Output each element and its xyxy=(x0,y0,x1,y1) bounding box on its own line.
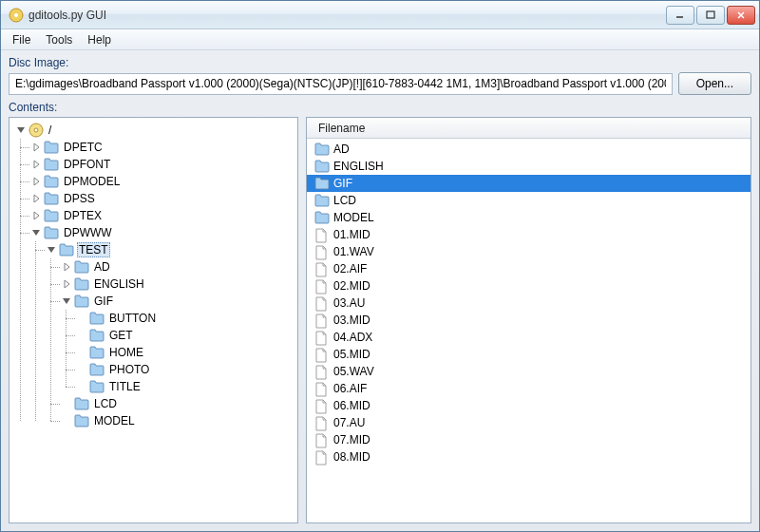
tree-node[interactable]: GIF xyxy=(61,293,295,310)
expand-icon[interactable] xyxy=(61,399,71,409)
list-item[interactable]: 01.WAV xyxy=(307,243,750,260)
tree-node[interactable]: LCD xyxy=(61,395,295,412)
tree-node-label: DPFONT xyxy=(62,158,112,171)
tree-node[interactable]: DPMODEL xyxy=(30,173,295,190)
content-area: Disc Image: Open... Contents: /DPETCDPFO… xyxy=(1,50,759,531)
list-item[interactable]: 05.MID xyxy=(307,346,750,363)
expand-icon[interactable] xyxy=(30,228,41,238)
tree-root[interactable]: / xyxy=(15,122,295,139)
tree-node[interactable]: PHOTO xyxy=(76,361,295,378)
tree-node-label: DPWWW xyxy=(62,226,114,239)
tree-node[interactable]: DPSS xyxy=(30,190,295,207)
list-header[interactable]: Filename xyxy=(307,118,750,139)
list-item-name: 05.MID xyxy=(333,348,370,361)
list-item[interactable]: 03.AU xyxy=(307,294,750,312)
tree-node[interactable]: TITLE xyxy=(76,378,295,395)
maximize-button[interactable] xyxy=(696,6,725,25)
list-item[interactable]: 08.MID xyxy=(307,448,750,466)
folder-icon xyxy=(89,380,104,393)
expand-icon[interactable] xyxy=(46,245,56,256)
list-item-name: LCD xyxy=(333,194,356,207)
path-row: Open... xyxy=(9,72,751,95)
list-item-name: 03.AU xyxy=(333,296,365,310)
minimize-button[interactable] xyxy=(666,6,694,25)
list-item[interactable]: 07.MID xyxy=(307,431,750,448)
tree-node[interactable]: TEST xyxy=(46,241,295,258)
disc-image-input[interactable] xyxy=(9,73,673,95)
tree-node-label: HOME xyxy=(107,346,145,359)
list-item-name: 05.WAV xyxy=(333,365,374,378)
expand-icon[interactable] xyxy=(61,416,71,427)
file-icon xyxy=(314,382,330,395)
expand-icon[interactable] xyxy=(30,194,41,204)
tree-node[interactable]: BUTTON xyxy=(76,310,295,327)
list-item[interactable]: 06.AIF xyxy=(307,380,750,397)
tree-panel: /DPETCDPFONTDPMODELDPSSDPTEXDPWWWTESTADE… xyxy=(9,117,298,523)
expand-icon[interactable] xyxy=(61,262,71,273)
tree-node[interactable]: DPFONT xyxy=(30,156,295,173)
expand-icon[interactable] xyxy=(61,296,71,307)
folder-icon xyxy=(44,175,59,188)
expand-icon[interactable] xyxy=(30,160,41,170)
folder-icon xyxy=(314,194,330,207)
expand-icon[interactable] xyxy=(30,211,41,221)
tree-node[interactable]: GET xyxy=(76,327,295,344)
folder-icon xyxy=(314,211,330,224)
expand-icon[interactable] xyxy=(76,365,86,375)
list-item[interactable]: 04.ADX xyxy=(307,329,750,346)
tree-node-label: GET xyxy=(107,329,135,342)
menu-file[interactable]: File xyxy=(5,30,38,49)
list-item[interactable]: ENGLISH xyxy=(307,158,750,175)
tree-node-label: DPMODEL xyxy=(62,175,122,188)
window-title: gditools.py GUI xyxy=(28,9,666,22)
folder-icon xyxy=(74,294,89,308)
tree-node[interactable]: MODEL xyxy=(61,412,295,429)
tree-node[interactable]: DPETC xyxy=(30,139,295,156)
folder-icon xyxy=(314,177,330,190)
file-icon xyxy=(314,331,330,344)
expand-icon[interactable] xyxy=(15,125,26,136)
tree-node[interactable]: HOME xyxy=(76,344,295,361)
folder-icon xyxy=(44,158,59,171)
list-item-name: 06.MID xyxy=(333,399,370,412)
menu-tools[interactable]: Tools xyxy=(38,30,80,49)
tree-node-label: DPTEX xyxy=(62,209,104,222)
tree-node[interactable]: ENGLISH xyxy=(61,276,295,293)
list-item[interactable]: 02.MID xyxy=(307,277,750,294)
contents-section: Contents: /DPETCDPFONTDPMODELDPSSDPTEXDP… xyxy=(9,101,751,523)
list-item[interactable]: 06.MID xyxy=(307,397,750,414)
list-item[interactable]: GIF xyxy=(307,175,750,192)
app-icon xyxy=(9,8,24,23)
tree-node[interactable]: DPTEX xyxy=(30,207,295,224)
expand-icon[interactable] xyxy=(76,331,86,341)
folder-icon xyxy=(314,142,330,156)
list-item[interactable]: 02.AIF xyxy=(307,260,750,277)
file-icon xyxy=(314,348,330,361)
list-item[interactable]: 03.MID xyxy=(307,312,750,329)
folder-icon xyxy=(74,260,89,274)
folder-icon xyxy=(74,414,89,428)
list-item[interactable]: 07.AU xyxy=(307,414,750,431)
list-item[interactable]: 05.WAV xyxy=(307,363,750,380)
list-item[interactable]: 01.MID xyxy=(307,226,750,243)
expand-icon[interactable] xyxy=(76,348,86,358)
titlebar[interactable]: gditools.py GUI xyxy=(1,1,759,29)
expand-icon[interactable] xyxy=(76,382,86,392)
file-list[interactable]: ADENGLISHGIFLCDMODEL01.MID01.WAV02.AIF02… xyxy=(307,139,750,522)
list-item[interactable]: MODEL xyxy=(307,209,750,226)
open-button[interactable]: Open... xyxy=(678,72,751,95)
folder-icon xyxy=(314,160,330,173)
list-item-name: AD xyxy=(333,142,350,156)
close-button[interactable] xyxy=(727,6,755,25)
menu-help[interactable]: Help xyxy=(80,30,119,49)
tree-view[interactable]: /DPETCDPFONTDPMODELDPSSDPTEXDPWWWTESTADE… xyxy=(10,118,297,522)
expand-icon[interactable] xyxy=(30,142,41,153)
tree-root-label: / xyxy=(47,124,53,137)
expand-icon[interactable] xyxy=(61,279,71,290)
tree-node[interactable]: AD xyxy=(61,258,295,276)
list-item[interactable]: AD xyxy=(307,141,750,158)
expand-icon[interactable] xyxy=(30,177,41,187)
expand-icon[interactable] xyxy=(76,314,86,324)
tree-node[interactable]: DPWWW xyxy=(30,224,295,241)
list-item[interactable]: LCD xyxy=(307,192,750,209)
